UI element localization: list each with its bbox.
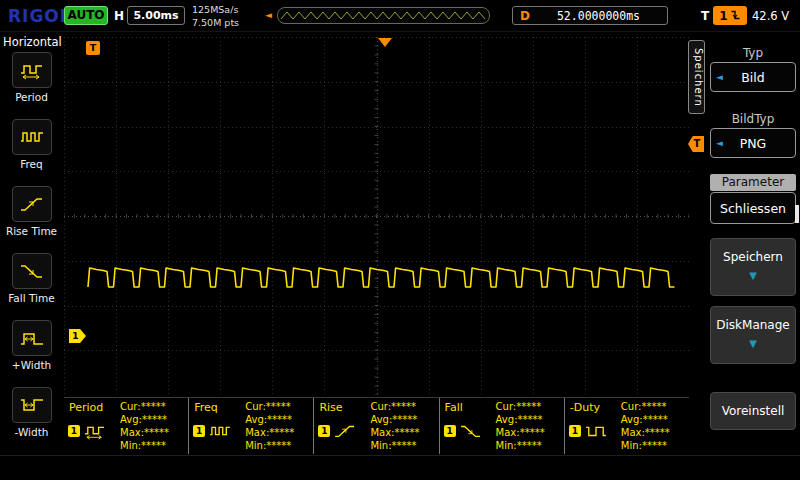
menu-option-schliessen[interactable]: Schliessen [710,192,796,224]
menu-option-png[interactable]: ◄ PNG [710,128,796,158]
measure-cur: Cur:***** [245,400,294,413]
measure-min: Min:***** [370,439,419,452]
falling-edge-icon [730,9,741,22]
disk-manage-button[interactable]: DiskManage ▼ [710,306,796,364]
measure-min: Min:***** [245,439,294,452]
trigger-source: 1 [719,9,727,23]
measure-max: Max:***** [245,426,294,439]
run-state-badge: AUTO [64,6,108,25]
expand-left-icon: ◄ [716,138,725,148]
measure-avg: Avg:***** [496,413,545,426]
measure-min: Min:***** [120,439,169,452]
rise-time-icon [12,186,52,222]
trigger-position-offscreen-marker: T [86,41,100,55]
menu-option-bild[interactable]: ◄ Bild [710,62,796,92]
menu-header-parameter: Parameter [710,174,796,191]
channel-badge: 1 [569,425,581,437]
sidebar-item-period[interactable]: Period [0,52,63,117]
channel-status-bar: 1 10.0 V 2 500 V [0,455,800,480]
sidebar-item-minus-width[interactable]: -Width [0,387,63,452]
horizontal-label: H [114,9,124,23]
measure-max: Max:***** [621,426,670,439]
freq-icon [208,422,232,440]
chevron-down-icon: ▼ [711,339,795,349]
acquisition-info: 125MSa/s 7.50M pts [192,3,239,29]
menu-header-typ: Typ [706,46,800,60]
sidebar-item-rise-time[interactable]: Rise Time [0,186,63,251]
preset-button[interactable]: Voreinstell [710,392,796,430]
measure-max: Max:***** [496,426,545,439]
measurement-rise[interactable]: Rise 1 Cur:***** Avg:***** Max:***** Min… [313,398,438,454]
trigger-label: T [701,9,709,23]
measure-avg: Avg:***** [245,413,294,426]
menu-header-bildtyp: BildTyp [706,112,800,126]
measure-min: Min:***** [496,439,545,452]
measure-avg: Avg:***** [370,413,419,426]
channel-badge: 1 [444,425,456,437]
save-button[interactable]: Speichern ▼ [710,238,796,296]
delay-value: 52.0000000ms [530,9,667,23]
memory-depth: 7.50M pts [192,16,239,29]
measurement-fall[interactable]: Fall 1 Cur:***** Avg:***** Max:***** Min… [439,398,564,454]
period-icon [12,52,52,88]
waveform-display [64,37,689,395]
menu-scroll-indicator [795,205,799,223]
measure-min: Min:***** [621,439,670,452]
sidebar-title: Horizontal [0,32,63,50]
overview-trace [278,8,489,23]
measure-cur: Cur:***** [120,400,169,413]
plus-width-icon [12,320,52,356]
rise-time-icon [333,422,357,440]
delay-readout-box: D 52.0000000ms [512,6,668,25]
measurement-bar: Period 1 Cur:***** Avg:***** Max:***** M… [64,397,689,454]
measurement-period[interactable]: Period 1 Cur:***** Avg:***** Max:***** M… [64,398,188,454]
measure-avg: Avg:***** [621,413,670,426]
measure-max: Max:***** [370,426,419,439]
trigger-level-value: 42.6 V [752,9,789,23]
sidebar-item-freq[interactable]: Freq [0,119,63,184]
measurement-neg-duty[interactable]: -Duty 1 Cur:***** Avg:***** Max:***** Mi… [564,398,689,454]
measure-cur: Cur:***** [621,400,670,413]
neg-duty-icon [584,422,608,440]
horizontal-measure-sidebar: Horizontal Period Freq Rise Time Fall Ti… [0,32,63,455]
measure-cur: Cur:***** [496,400,545,413]
measure-max: Max:***** [120,426,169,439]
channel-badge: 1 [68,425,80,437]
fall-time-icon [459,422,483,440]
measure-avg: Avg:***** [120,413,169,426]
sidebar-item-plus-width[interactable]: +Width [0,320,63,385]
measure-cur: Cur:***** [370,400,419,413]
period-icon [83,422,107,440]
freq-icon [12,119,52,155]
save-menu: Typ ◄ Bild BildTyp ◄ PNG Parameter Schli… [706,32,800,455]
delay-label: D [520,9,530,23]
sample-rate: 125MSa/s [192,3,239,16]
fall-time-icon [12,253,52,289]
top-status-bar: RIGOL AUTO H 5.00ms 125MSa/s 7.50M pts ◄… [0,0,800,32]
minus-width-icon [12,387,52,423]
channel-badge: 1 [193,425,205,437]
timebase-readout: 5.00ms [127,6,185,25]
chevron-down-icon: ▼ [711,271,795,281]
trigger-level-marker[interactable]: T [688,136,704,152]
waveform-overview-strip [277,7,490,24]
expand-left-icon: ◄ [716,72,725,82]
menu-tab-speichern[interactable]: Speichern [688,40,705,114]
trigger-source-chip: 1 [713,6,747,25]
graticule [64,37,689,395]
sidebar-item-fall-time[interactable]: Fall Time [0,253,63,318]
memory-position-icon: ◄ [265,10,272,20]
channel-badge: 1 [318,425,330,437]
rigol-logo: RIGOL [8,6,72,26]
measurement-freq[interactable]: Freq 1 Cur:***** Avg:***** Max:***** Min… [188,398,313,454]
